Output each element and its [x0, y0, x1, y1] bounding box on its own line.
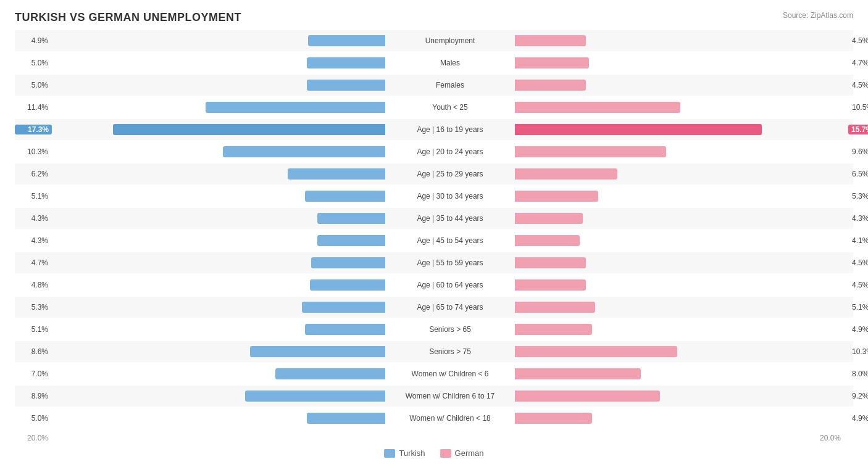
bar-turkish [317, 235, 385, 246]
val-turkish: 4.7% [15, 258, 52, 267]
bars-right [515, 391, 848, 402]
bar-german [515, 235, 580, 246]
bar-label: Age | 35 to 44 years [385, 214, 515, 223]
bars-left [52, 191, 385, 202]
bar-row: 7.0% Women w/ Children < 6 8.0% [15, 363, 853, 384]
bar-label: Age | 25 to 29 years [385, 170, 515, 178]
val-turkish: 4.3% [15, 214, 52, 223]
bar-label: Women w/ Children 6 to 17 [385, 392, 515, 400]
bars-left [52, 324, 385, 335]
bars-right [515, 146, 848, 157]
bars-right [515, 413, 848, 424]
bar-turkish [305, 324, 385, 335]
bar-label: Males [385, 59, 515, 67]
chart-header: TURKISH VS GERMAN UNEMPLOYMENT Source: Z… [15, 11, 853, 24]
bars-left [52, 257, 385, 268]
bar-german [515, 257, 586, 268]
bars-right [515, 191, 848, 202]
val-turkish: 8.6% [15, 347, 52, 356]
bar-label: Unemployment [385, 36, 515, 45]
val-turkish: 5.3% [15, 303, 52, 312]
bar-label: Seniors > 75 [385, 347, 515, 356]
bars-left [52, 80, 385, 91]
legend-turkish-box [384, 449, 395, 458]
val-turkish: 5.0% [15, 59, 52, 67]
bar-label: Age | 60 to 64 years [385, 281, 515, 289]
bars-right [515, 279, 848, 291]
legend-turkish: Turkish [384, 448, 425, 458]
val-turkish: 5.1% [15, 192, 52, 200]
val-german: 4.3% [848, 214, 868, 223]
val-turkish: 4.9% [15, 36, 52, 45]
bar-label: Age | 65 to 74 years [385, 303, 515, 312]
val-turkish: 5.0% [15, 414, 52, 423]
bars-left [52, 213, 385, 224]
bar-row: 6.2% Age | 25 to 29 years 6.5% [15, 163, 853, 184]
val-turkish: 5.0% [15, 81, 52, 89]
bar-row: 10.3% Age | 20 to 24 years 9.6% [15, 141, 853, 162]
bars-left [52, 413, 385, 424]
val-turkish: 4.3% [15, 236, 52, 245]
val-german: 4.9% [848, 325, 868, 334]
val-turkish: 11.4% [15, 103, 52, 112]
bar-row: 4.3% Age | 35 to 44 years 4.3% [15, 208, 853, 229]
val-german: 10.5% [848, 103, 868, 112]
bars-right [515, 35, 848, 46]
bar-turkish [307, 80, 386, 91]
bars-left [52, 346, 385, 357]
chart-container: TURKISH VS GERMAN UNEMPLOYMENT Source: Z… [0, 0, 868, 467]
bars-right [515, 124, 848, 135]
bars-left [52, 391, 385, 402]
val-turkish: 7.0% [15, 370, 52, 378]
bars-right [515, 213, 848, 224]
bar-row: 5.0% Women w/ Children < 18 4.9% [15, 408, 853, 429]
bar-german [515, 413, 592, 424]
bar-label: Age | 16 to 19 years [385, 125, 515, 134]
bar-german [515, 391, 660, 402]
bars-left [52, 168, 385, 180]
x-axis-right-label: 20.0% [816, 434, 853, 442]
bar-turkish [206, 102, 385, 113]
bar-german [515, 124, 762, 135]
bars-left [52, 302, 385, 313]
val-german: 4.5% [848, 281, 868, 289]
bars-left [52, 279, 385, 291]
bars-right [515, 168, 848, 180]
bars-left [52, 102, 385, 113]
bar-german [515, 302, 595, 313]
bar-row: 4.7% Age | 55 to 59 years 4.5% [15, 252, 853, 273]
bar-turkish [308, 35, 385, 46]
bar-row: 4.3% Age | 45 to 54 years 4.1% [15, 230, 853, 251]
chart-title: TURKISH VS GERMAN UNEMPLOYMENT [15, 11, 241, 24]
bar-label: Females [385, 81, 515, 89]
val-german: 15.7% [848, 125, 868, 134]
val-german: 4.9% [848, 414, 868, 423]
bar-german [515, 57, 589, 68]
bar-row: 4.8% Age | 60 to 64 years 4.5% [15, 275, 853, 295]
bar-german [515, 279, 586, 291]
bar-german [515, 35, 586, 46]
legend-turkish-label: Turkish [399, 448, 425, 458]
bars-left [52, 146, 385, 157]
val-german: 5.1% [848, 303, 868, 312]
bars-left [52, 368, 385, 379]
x-axis-left-label: 20.0% [15, 434, 52, 442]
bar-german [515, 324, 592, 335]
bars-right [515, 235, 848, 246]
bar-german [515, 191, 598, 202]
bar-turkish [310, 279, 385, 291]
val-turkish: 4.8% [15, 281, 52, 289]
bar-turkish [317, 213, 385, 224]
bars-right [515, 346, 848, 357]
bar-row: 11.4% Youth < 25 10.5% [15, 97, 853, 118]
bars-right [515, 302, 848, 313]
bar-turkish [245, 391, 385, 402]
bar-german [515, 80, 586, 91]
bar-turkish [311, 257, 385, 268]
bar-turkish [275, 368, 386, 379]
bar-row: 5.0% Males 4.7% [15, 52, 853, 73]
legend-german-label: German [455, 448, 484, 458]
bars-left [52, 35, 385, 46]
legend-german: German [440, 448, 484, 458]
bars-right [515, 324, 848, 335]
